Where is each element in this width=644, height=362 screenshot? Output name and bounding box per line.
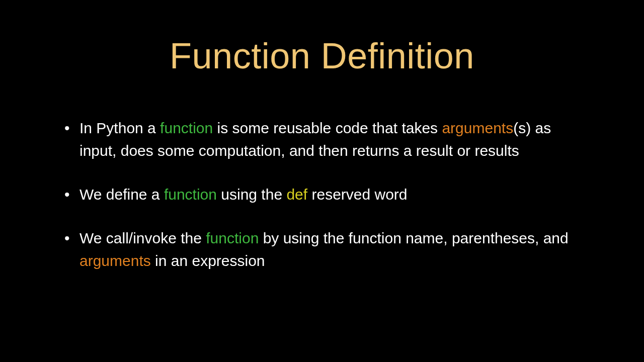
bullet-item: In Python a function is some reusable co… <box>60 117 584 162</box>
slide-title: Function Definition <box>60 35 584 76</box>
body-text: We define a <box>79 186 164 203</box>
bullet-item: We define a function using the def reser… <box>60 183 584 206</box>
highlight-text: def <box>286 186 307 203</box>
bullet-list: In Python a function is some reusable co… <box>60 117 584 272</box>
highlight-text: arguments <box>442 120 513 136</box>
body-text: is some reusable code that takes <box>213 120 442 136</box>
highlight-text: function <box>160 120 213 136</box>
bullet-item: We call/invoke the function by using the… <box>60 227 584 272</box>
body-text: in an expression <box>151 252 265 269</box>
body-text: reserved word <box>307 186 407 203</box>
highlight-text: function <box>164 186 217 203</box>
body-text: by using the function name, parentheses,… <box>259 230 568 246</box>
body-text: In Python a <box>79 120 160 136</box>
slide: Function Definition In Python a function… <box>0 0 644 362</box>
highlight-text: function <box>206 230 259 246</box>
highlight-text: arguments <box>79 252 151 269</box>
body-text: We call/invoke the <box>79 230 206 246</box>
body-text: using the <box>217 186 286 203</box>
